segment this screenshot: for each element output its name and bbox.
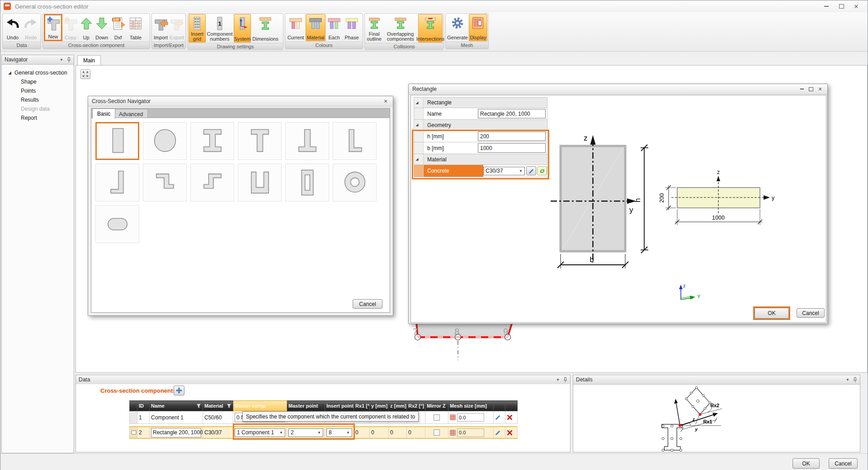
cell-material[interactable]: C30/37 [203, 427, 233, 438]
generate-mesh-button[interactable]: Generate [447, 14, 468, 41]
header-rx2[interactable]: Rx2 [°] [407, 401, 425, 411]
cell-name[interactable]: Rectangle 200, 1000 [150, 427, 203, 438]
row-selector[interactable] [130, 411, 137, 424]
cell-mesh-size[interactable]: 0.0 [448, 427, 494, 438]
colour-phase-button[interactable]: Phase [343, 14, 361, 41]
redo-button[interactable]: Redo [22, 14, 40, 41]
group-header-rectangle[interactable]: Rectangle [414, 97, 547, 108]
collapse-icon[interactable] [416, 101, 419, 104]
data-collapse-icon[interactable]: ▼ [556, 378, 560, 382]
component-numbers-toggle[interactable]: 1 Component numbers [206, 14, 233, 42]
dialog-maximize-icon[interactable] [807, 86, 815, 92]
material-select[interactable]: C30/37▼ [483, 167, 525, 175]
shape-inverted-t-section[interactable] [285, 122, 329, 160]
table-row-selected[interactable]: 2 Rectangle 200, 1000 C30/37 1 Component… [130, 427, 518, 438]
new-button[interactable]: New [44, 14, 62, 41]
cell-master-point[interactable]: 2▼ [287, 427, 325, 438]
rectangle-ok-button[interactable]: OK [755, 308, 789, 319]
copy-button[interactable]: Copy [63, 14, 78, 41]
display-mesh-toggle[interactable]: Display [469, 14, 487, 41]
overlapping-components-button[interactable]: Overlapping components [383, 14, 418, 42]
tab-basic[interactable]: Basic [92, 108, 115, 119]
csnav-dialog-titlebar[interactable]: Cross-Section Navigator ✕ [88, 96, 393, 107]
cell-edit[interactable] [494, 411, 505, 424]
pin-icon[interactable] [853, 377, 857, 383]
delete-icon[interactable] [507, 430, 513, 436]
header-master-comp[interactable]: Master comp. [233, 401, 287, 411]
master-comp-select[interactable]: 1 Component 1▼ [235, 428, 285, 437]
colour-material-toggle[interactable]: Material [306, 14, 326, 41]
filter-icon[interactable] [196, 404, 201, 409]
nav-item-general-cross-section[interactable]: General cross-section [2, 68, 74, 77]
export-button[interactable]: Export [169, 14, 184, 41]
rectangle-dialog-titlebar[interactable]: Rectangle ✕ [409, 84, 827, 94]
cell-material[interactable]: C50/60 [203, 411, 233, 424]
cell-delete[interactable] [505, 411, 518, 424]
cell-rx1[interactable]: 0 [354, 427, 370, 438]
filter-icon[interactable] [226, 404, 231, 409]
insert-grid-toggle[interactable]: Insert grid [189, 14, 206, 42]
add-component-button[interactable] [174, 385, 184, 395]
shape-hollow-rectangle[interactable] [285, 164, 329, 202]
colour-each-button[interactable]: Each [326, 14, 342, 41]
up-button[interactable]: Up [79, 14, 94, 41]
header-y[interactable]: y [mm] [370, 401, 389, 411]
delete-icon[interactable] [507, 414, 513, 420]
dialog-close-icon[interactable]: ✕ [816, 86, 824, 92]
header-mesh-size[interactable]: Mesh size [mm] [448, 401, 494, 411]
shape-rectangle[interactable] [95, 122, 139, 160]
header-z[interactable]: z [mm] [389, 401, 407, 411]
tab-main[interactable]: Main [77, 55, 101, 66]
collapse-icon[interactable] [416, 124, 419, 127]
shape-i-section[interactable] [190, 122, 234, 160]
down-button[interactable]: Down [94, 14, 109, 41]
csnav-close-icon[interactable]: ✕ [382, 98, 389, 104]
shape-rounded-rectangle[interactable] [95, 205, 139, 243]
mirror-z-checkbox[interactable] [434, 429, 440, 436]
nav-item-points[interactable]: Points [2, 86, 74, 95]
refresh-material-button[interactable] [537, 166, 547, 175]
cell-mesh-size[interactable]: 0.0 [448, 411, 494, 424]
group-header-material[interactable]: Material [414, 154, 547, 165]
shape-circle[interactable] [143, 122, 187, 160]
master-point-select[interactable]: 2▼ [288, 428, 323, 437]
footer-ok-button[interactable]: OK [793, 458, 820, 469]
nav-item-results[interactable]: Results [2, 95, 74, 104]
shape-ring[interactable] [333, 164, 377, 202]
dimensions-toggle[interactable]: Dimensions [251, 14, 279, 42]
nav-item-report[interactable]: Report [2, 113, 74, 122]
details-collapse-icon[interactable]: ▼ [846, 378, 849, 382]
insert-point-select[interactable]: 8▼ [326, 428, 352, 437]
shape-t-section[interactable] [238, 122, 282, 160]
maximize-button[interactable] [835, 2, 848, 10]
cell-y[interactable]: 0 [370, 427, 389, 438]
navigator-collapse-icon[interactable]: ▼ [60, 58, 63, 62]
cell-edit[interactable] [494, 427, 505, 438]
import-button[interactable]: Import [153, 14, 169, 41]
cell-mirror-z[interactable] [425, 411, 448, 424]
header-material[interactable]: Material [203, 401, 233, 411]
csnav-cancel-button[interactable]: Cancel [353, 299, 382, 309]
intersections-toggle[interactable]: Intersections [418, 14, 443, 42]
pin-icon[interactable] [67, 57, 71, 63]
collapse-icon[interactable] [416, 158, 419, 161]
pencil-icon[interactable] [495, 430, 501, 436]
expander-icon[interactable] [8, 71, 11, 75]
cell-insert-point[interactable]: 8▼ [325, 427, 354, 438]
shape-u-section[interactable] [238, 164, 282, 202]
b-input[interactable]: 1000 [478, 143, 546, 153]
header-id[interactable]: ID [137, 401, 150, 411]
pencil-icon[interactable] [495, 414, 501, 420]
mirror-z-checkbox[interactable] [434, 414, 440, 421]
shape-step-section[interactable] [143, 164, 187, 202]
cell-delete[interactable] [505, 427, 518, 438]
cell-name[interactable]: Component 1 [150, 411, 203, 424]
h-input[interactable]: 200 [478, 132, 546, 141]
system-toggle[interactable]: System [234, 14, 251, 42]
group-header-geometry[interactable]: Geometry [414, 120, 547, 131]
header-mirror-z[interactable]: Mirror Z [425, 401, 448, 411]
pin-icon[interactable] [563, 377, 567, 383]
header-master-point[interactable]: Master point [287, 401, 325, 411]
cell-z[interactable]: 0 [389, 427, 407, 438]
nav-item-shape[interactable]: Shape [2, 77, 74, 86]
